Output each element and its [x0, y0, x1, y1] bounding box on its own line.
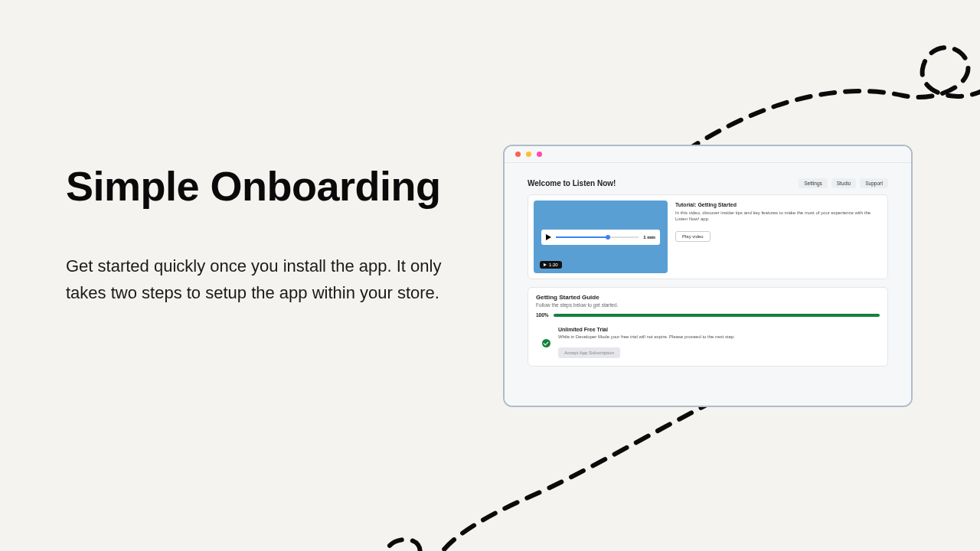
window-min-dot [526, 152, 531, 157]
browser-window-mockup: Welcome to Listen Now! Settings Studio S… [503, 145, 913, 407]
play-video-button[interactable]: Play video [675, 231, 710, 242]
step-title: Unlimited Free Trial [558, 327, 874, 332]
video-seek-line [556, 236, 639, 238]
tutorial-card: 1 min 1:20 Tutorial: Getting Started In … [528, 194, 888, 279]
video-progress-bar: 1 min [541, 230, 660, 245]
step-description: While in Developer Mode your free trial … [558, 334, 874, 339]
guide-title: Getting Started Guide [536, 294, 880, 301]
app-title: Welcome to Listen Now! [528, 179, 616, 187]
tutorial-title: Tutorial: Getting Started [675, 202, 882, 207]
hero-title: Simple Onboarding [66, 165, 456, 208]
settings-button[interactable]: Settings [799, 178, 828, 188]
step-row: Unlimited Free Trial While in Developer … [536, 327, 880, 358]
progress-bar [554, 314, 880, 317]
hero-description: Get started quickly once you install the… [66, 253, 456, 306]
video-thumbnail[interactable]: 1 min 1:20 [534, 201, 668, 273]
browser-chrome [505, 146, 911, 163]
window-close-dot [515, 152, 521, 157]
tutorial-description: In this video, discover insider tips and… [675, 210, 882, 223]
window-max-dot [537, 152, 542, 157]
decorative-squiggle-bottom [260, 383, 735, 551]
guide-subtitle: Follow the steps below to get started. [536, 302, 880, 308]
play-icon [546, 234, 551, 240]
accept-subscription-button[interactable]: Accept App Subscription [558, 347, 620, 358]
getting-started-card: Getting Started Guide Follow the steps b… [528, 287, 888, 367]
check-complete-icon [542, 339, 550, 347]
studio-button[interactable]: Studio [831, 178, 856, 188]
support-button[interactable]: Support [860, 178, 888, 188]
video-duration-label: 1 min [643, 235, 655, 240]
progress-percent: 100% [536, 312, 549, 318]
video-time-badge: 1:20 [540, 261, 562, 269]
